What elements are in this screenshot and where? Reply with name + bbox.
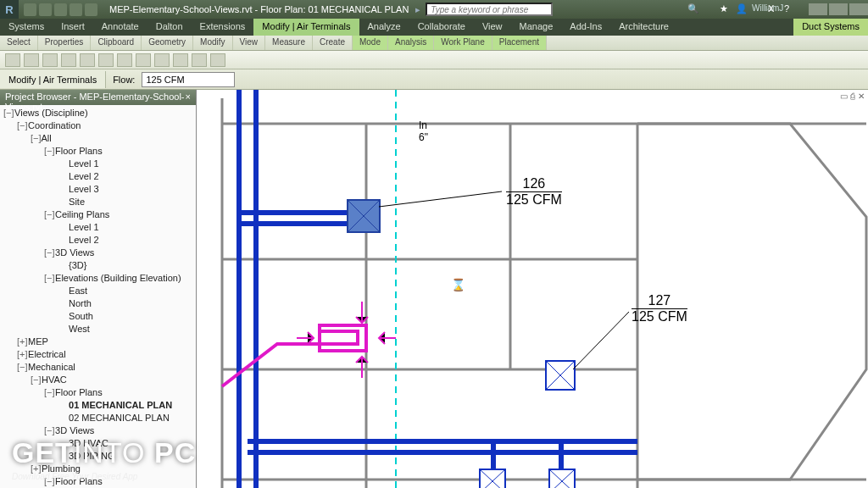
flow-input[interactable] xyxy=(142,72,235,87)
tool-icon[interactable] xyxy=(136,53,151,67)
tree-node[interactable]: [−] HVAC xyxy=(0,374,196,386)
svg-line-9 xyxy=(573,312,629,369)
key-icon[interactable] xyxy=(704,3,716,16)
ribbon-tab[interactable]: Modify | Air Terminals xyxy=(253,19,359,36)
tool-icon[interactable] xyxy=(117,53,132,67)
ribbon-panel[interactable]: Mode xyxy=(353,36,388,50)
ribbon-panel[interactable]: View xyxy=(233,36,266,50)
ribbon-panel[interactable]: Work Plane xyxy=(434,36,492,50)
title-arrow-icon: ▸ xyxy=(415,4,426,15)
binoculars-icon[interactable]: 🔍 xyxy=(687,3,700,16)
ribbon-tab[interactable]: Insert xyxy=(53,19,93,36)
tree-node[interactable]: [−] Elevations (Building Elevation) xyxy=(0,272,196,285)
tree-node[interactable]: 02 MECHANICAL PLAN xyxy=(0,412,196,424)
project-tree[interactable]: [−] Views (Discipline)[−] Coordination[−… xyxy=(0,105,196,488)
tree-node[interactable]: [+] Electrical xyxy=(0,348,196,361)
ribbon-panel[interactable]: Properties xyxy=(38,36,92,50)
tree-node[interactable]: [−] Floor Plans xyxy=(0,386,196,399)
star-icon[interactable]: ★ xyxy=(720,3,732,16)
tool-icon[interactable] xyxy=(98,53,114,67)
ribbon-tab[interactable]: Manage xyxy=(511,19,562,36)
ribbon-panel[interactable]: Placement xyxy=(492,36,547,50)
user-name[interactable]: WilliamJ xyxy=(752,3,765,16)
callout-id: 126 xyxy=(506,176,562,191)
tree-node[interactable]: Level 2 xyxy=(0,234,196,247)
title-bar: R MEP-Elementary-School-Views.rvt - Floo… xyxy=(0,0,868,19)
ribbon-panel[interactable]: Measure xyxy=(265,36,313,50)
ribbon-tab[interactable]: Dalton xyxy=(147,19,192,36)
qat-undo-icon[interactable] xyxy=(54,3,67,16)
tree-node[interactable]: [−] All xyxy=(0,132,196,145)
app-logo[interactable]: R xyxy=(0,0,19,19)
qat-open-icon[interactable] xyxy=(24,3,36,16)
tree-node[interactable]: South xyxy=(0,310,196,323)
ribbon-tab[interactable]: Collaborate xyxy=(409,19,474,36)
minimize-button[interactable] xyxy=(809,3,827,15)
contextual-tab[interactable]: Duct Systems xyxy=(793,19,868,36)
tree-node[interactable]: North xyxy=(0,297,196,310)
tree-node[interactable]: East xyxy=(0,285,196,297)
project-browser-title: Project Browser - MEP-Elementary-School-… xyxy=(0,90,196,105)
callout-flow: 125 CFM xyxy=(632,308,687,324)
svg-line-8 xyxy=(379,191,502,207)
callout-flow: 125 CFM xyxy=(506,191,562,208)
close-icon[interactable]: × xyxy=(186,92,191,103)
ribbon-tab[interactable]: Systems xyxy=(0,19,53,36)
window-buttons xyxy=(809,3,868,15)
tool-icon[interactable] xyxy=(61,53,76,67)
tree-node[interactable]: [−] 3D Views xyxy=(0,424,196,437)
ribbon-tab[interactable]: Analyze xyxy=(359,19,409,36)
floorplan-svg: In 6" ⌛ xyxy=(197,90,868,488)
callout-127: 127 125 CFM xyxy=(632,293,687,324)
ribbon-tab[interactable]: View xyxy=(474,19,511,36)
maximize-button[interactable] xyxy=(829,3,848,15)
tree-node[interactable]: Level 2 xyxy=(0,170,196,183)
tool-icon[interactable] xyxy=(173,53,188,67)
ribbon-panel[interactable]: Clipboard xyxy=(91,36,142,50)
qat-save-icon[interactable] xyxy=(39,3,52,16)
exchange-icon[interactable]: X xyxy=(768,3,781,16)
ribbon-tab[interactable]: Add-Ins xyxy=(561,19,610,36)
help-icon[interactable]: ? xyxy=(784,3,797,16)
ribbon-panel[interactable]: Modify xyxy=(193,36,232,50)
tree-node[interactable]: [−] Ceiling Plans xyxy=(0,208,196,221)
tree-node[interactable]: 01 MECHANICAL PLAN xyxy=(0,399,196,412)
watermark-sub: Download Free Your Desired App xyxy=(12,472,137,481)
dim-label: 6" xyxy=(419,131,428,143)
ribbon-tab[interactable]: Extensions xyxy=(192,19,254,36)
tree-node[interactable]: Level 1 xyxy=(0,221,196,234)
tree-node[interactable]: [+] MEP xyxy=(0,336,196,348)
tree-node[interactable]: [−] Floor Plans xyxy=(0,145,196,158)
ribbon-panel[interactable]: Create xyxy=(313,36,353,50)
qat-redo-icon[interactable] xyxy=(70,3,82,16)
tree-node[interactable]: [−] Views (Discipline) xyxy=(0,107,196,119)
tree-node[interactable]: Level 3 xyxy=(0,183,196,196)
signin-icon[interactable]: 👤 xyxy=(736,3,748,16)
ribbon-panel[interactable]: Geometry xyxy=(142,36,193,50)
tool-icon[interactable] xyxy=(5,53,20,67)
tree-node[interactable]: [−] Coordination xyxy=(0,119,196,132)
tree-node[interactable]: [−] Mechanical xyxy=(0,361,196,374)
tool-icon[interactable] xyxy=(154,53,170,67)
tool-icon[interactable] xyxy=(80,53,95,67)
in-label: In xyxy=(419,119,427,131)
close-button[interactable] xyxy=(849,3,868,15)
tree-node[interactable]: [−] 3D Views xyxy=(0,247,196,259)
tree-node[interactable]: {3D} xyxy=(0,259,196,272)
ribbon-panel[interactable]: Select xyxy=(0,36,38,50)
watermark: GETINTO PC xyxy=(12,436,196,469)
ribbon-tab[interactable]: Architecture xyxy=(610,19,677,36)
tree-node[interactable]: Level 1 xyxy=(0,158,196,170)
ribbon-tab[interactable]: Annotate xyxy=(93,19,147,36)
drawing-canvas[interactable]: ▭ ⎙ ✕ xyxy=(197,90,868,488)
tree-node[interactable]: Site xyxy=(0,196,196,208)
tool-icon[interactable] xyxy=(192,53,207,67)
tree-node[interactable]: West xyxy=(0,323,196,336)
qat-print-icon[interactable] xyxy=(85,3,97,16)
tool-icon[interactable] xyxy=(210,53,225,67)
search-input[interactable] xyxy=(426,3,553,16)
project-browser: Project Browser - MEP-Elementary-School-… xyxy=(0,90,197,488)
tool-icon[interactable] xyxy=(42,53,58,67)
tool-icon[interactable] xyxy=(24,53,39,67)
ribbon-panel[interactable]: Analysis xyxy=(388,36,434,50)
